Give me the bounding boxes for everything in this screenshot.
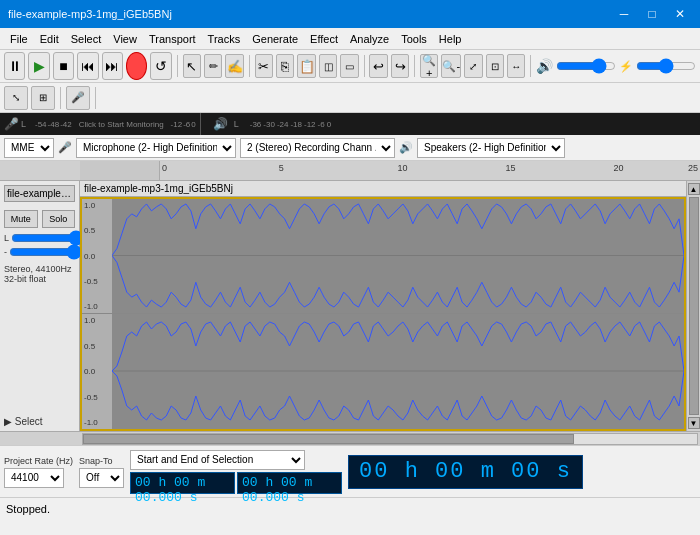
menu-generate[interactable]: Generate: [246, 31, 304, 47]
prev-button[interactable]: ⏮: [77, 52, 98, 80]
scroll-thumb-v[interactable]: [689, 197, 699, 415]
project-rate-group: Project Rate (Hz) 44100: [4, 456, 73, 488]
menu-edit[interactable]: Edit: [34, 31, 65, 47]
draw-tool-button[interactable]: ✍: [225, 54, 243, 78]
waveform-area: file-example-mp3-1mg_iGEb5BNj 1.0 0.5 0.…: [80, 181, 686, 431]
svg-rect-2: [112, 314, 684, 429]
host-select[interactable]: MME: [4, 138, 54, 158]
separator6: [60, 87, 61, 109]
menu-tools[interactable]: Tools: [395, 31, 433, 47]
paste-button[interactable]: 📋: [297, 54, 315, 78]
selection-start-display[interactable]: 00 h 00 m 00.000 s: [130, 472, 235, 494]
selection-tool-button[interactable]: ↖: [183, 54, 201, 78]
scroll-down-arrow[interactable]: ▼: [688, 417, 700, 429]
envelope-tool-button[interactable]: ✏: [204, 54, 222, 78]
timeline-ruler: 0 5 10 15 20 25: [0, 161, 700, 181]
waveform-ch1-container: [112, 199, 684, 313]
meter-L-label: L: [21, 119, 33, 129]
output-device-select[interactable]: Speakers (2- High Definition Au: [417, 138, 565, 158]
zoom-out-button[interactable]: 🔍-: [441, 54, 461, 78]
waveform-ch1-svg: [112, 199, 684, 313]
title-text: file-example-mp3-1mg_iGEb5BNj: [8, 8, 172, 20]
trim-button[interactable]: ◫: [319, 54, 337, 78]
titlebar: file-example-mp3-1mg_iGEb5BNj ─ □ ✕: [0, 0, 700, 28]
meter-L-display: -54 -48 -42 Click to Start Monitoring -1…: [35, 120, 196, 129]
stop-button[interactable]: ■: [53, 52, 74, 80]
record-button[interactable]: [126, 52, 147, 80]
status-text: Stopped.: [6, 503, 50, 515]
menu-analyze[interactable]: Analyze: [344, 31, 395, 47]
select-label[interactable]: Select: [15, 416, 43, 427]
ruler-tick-20: 20: [614, 161, 624, 173]
close-button[interactable]: ✕: [668, 5, 692, 23]
ruler-tick-5: 5: [279, 161, 284, 173]
gain-row: L R: [4, 232, 75, 244]
mute-solo-controls: Mute Solo: [4, 210, 75, 228]
input-device-select[interactable]: Microphone (2- High Definition: [76, 138, 236, 158]
menu-file[interactable]: File: [4, 31, 34, 47]
ruler-left: [80, 161, 160, 180]
ruler-marks: 0 5 10 15 20 25: [160, 161, 700, 180]
next-button[interactable]: ⏭: [102, 52, 123, 80]
zoom-in-button[interactable]: 🔍+: [420, 54, 438, 78]
channels-select[interactable]: 2 (Stereo) Recording Chann ...: [240, 138, 395, 158]
zoom-width-button[interactable]: ↔: [507, 54, 525, 78]
y-labels-ch2: 1.0 0.5 0.0 -0.5 -1.0: [82, 314, 112, 429]
waveform-ch2-container: [112, 314, 684, 429]
snap-to-label: Snap-To: [79, 456, 124, 466]
menubar: File Edit Select View Transport Tracks G…: [0, 28, 700, 50]
menu-tracks[interactable]: Tracks: [202, 31, 247, 47]
speaker2-icon: 🔊: [213, 117, 228, 131]
maximize-button[interactable]: □: [640, 5, 664, 23]
waveform-display[interactable]: 1.0 0.5 0.0 -0.5 -1.0: [80, 197, 686, 431]
copy-button[interactable]: ⎘: [276, 54, 294, 78]
undo-button[interactable]: ↩: [369, 54, 387, 78]
speaker-device-icon: 🔊: [399, 141, 413, 154]
separator3: [364, 55, 365, 77]
snap-to-group: Snap-To Off: [79, 456, 124, 488]
playback-speed-slider[interactable]: [636, 59, 696, 73]
fit-button[interactable]: ⤢: [464, 54, 482, 78]
h-scroll-thumb[interactable]: [83, 434, 574, 444]
selection-group: Start and End of Selection 00 h 00 m 00.…: [130, 450, 342, 494]
loop-button[interactable]: ↺: [150, 52, 171, 80]
collapse-arrow: ▶ Select: [4, 416, 43, 427]
menu-effect[interactable]: Effect: [304, 31, 344, 47]
scroll-up-arrow[interactable]: ▲: [688, 183, 700, 195]
solo-button[interactable]: Solo: [42, 210, 76, 228]
vertical-scrollbar[interactable]: ▲ ▼: [686, 181, 700, 431]
mute-button[interactable]: Mute: [4, 210, 38, 228]
selection-end-display[interactable]: 00 h 00 m 00.000 s: [237, 472, 342, 494]
minimize-button[interactable]: ─: [612, 5, 636, 23]
menu-help[interactable]: Help: [433, 31, 468, 47]
snap-to-select[interactable]: Off: [79, 468, 124, 488]
separator1: [177, 55, 178, 77]
selection-type-select[interactable]: Start and End of Selection: [130, 450, 305, 470]
menu-view[interactable]: View: [107, 31, 143, 47]
mic-button[interactable]: 🎤: [66, 86, 90, 110]
project-rate-label: Project Rate (Hz): [4, 456, 73, 466]
zoom-sel-button[interactable]: ⊡: [486, 54, 504, 78]
menu-transport[interactable]: Transport: [143, 31, 202, 47]
redo-button[interactable]: ↪: [391, 54, 409, 78]
multi-tool-button[interactable]: ⊞: [31, 86, 55, 110]
menu-select[interactable]: Select: [65, 31, 108, 47]
cut-button[interactable]: ✂: [255, 54, 273, 78]
ruler-tick-10: 10: [398, 161, 408, 173]
zoom-sel2-button[interactable]: ⤡: [4, 86, 28, 110]
time-inputs: 00 h 00 m 00.000 s 00 h 00 m 00.000 s: [130, 472, 342, 494]
meter-bar: 🎤 L -54 -48 -42 Click to Start Monitorin…: [0, 113, 700, 135]
horizontal-scrollbar[interactable]: [0, 431, 700, 445]
pan-row: - +: [4, 246, 75, 258]
track-header: file-example-... Mute Solo L R - + Stere…: [0, 181, 80, 431]
meter-separator: [200, 113, 201, 135]
pause-button[interactable]: ⏸: [4, 52, 25, 80]
output-volume-slider[interactable]: [556, 59, 616, 73]
silence-button[interactable]: ▭: [340, 54, 358, 78]
separator7: [95, 87, 96, 109]
h-scroll-track: [82, 433, 698, 445]
project-rate-select[interactable]: 44100: [4, 468, 64, 488]
ruler-tick-15: 15: [506, 161, 516, 173]
speed-icon: ⚡: [619, 60, 633, 73]
play-button[interactable]: ▶: [28, 52, 49, 80]
